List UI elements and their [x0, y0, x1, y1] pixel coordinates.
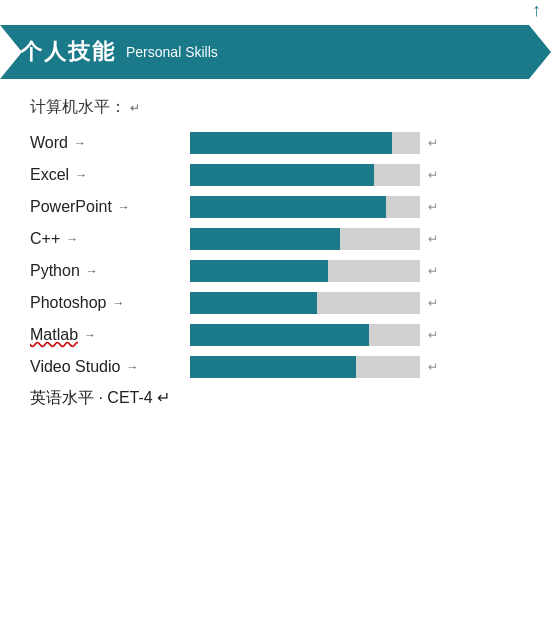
skill-bar-container [190, 292, 420, 314]
skill-bar-container [190, 260, 420, 282]
english-level-row: 英语水平 · CET-4 ↵ [30, 388, 521, 409]
skill-name-python: Python → [30, 262, 190, 280]
section-header: 个人技能 Personal Skills [0, 25, 551, 79]
skill-name-excel: Excel → [30, 166, 190, 184]
skill-arrow-icon: → [126, 360, 138, 374]
page-container: ↑ 个人技能 Personal Skills 计算机水平： ↵ Word →↵E… [0, 0, 551, 409]
skill-arrow-icon: → [84, 328, 96, 342]
skill-row: Matlab →↵ [30, 324, 521, 346]
skill-bar-container [190, 228, 420, 250]
english-level-label: 英语水平 [30, 389, 94, 406]
skill-row: Photoshop →↵ [30, 292, 521, 314]
skill-row: Python →↵ [30, 260, 521, 282]
skill-bar-container [190, 196, 420, 218]
skill-bar-fill [190, 228, 340, 250]
skill-arrow-icon: → [118, 200, 130, 214]
section-header-title: 个人技能 [20, 37, 116, 67]
skill-bar-fill [190, 260, 328, 282]
return-icon: ↵ [428, 232, 438, 246]
top-arrow-indicator: ↑ [0, 0, 551, 21]
skill-bar-fill [190, 292, 317, 314]
skill-bar-fill [190, 324, 369, 346]
return-icon: ↵ [428, 136, 438, 150]
skill-bar-fill [190, 164, 374, 186]
skill-bar-container [190, 164, 420, 186]
skill-row: Video Studio →↵ [30, 356, 521, 378]
return-icon: ↵ [428, 360, 438, 374]
english-level-detail: · CET-4 [98, 389, 152, 406]
skill-arrow-icon: → [75, 168, 87, 182]
skill-name-word: Word → [30, 134, 190, 152]
skill-row: PowerPoint →↵ [30, 196, 521, 218]
skill-name-matlab: Matlab → [30, 326, 190, 344]
skill-row: Word →↵ [30, 132, 521, 154]
skill-row: Excel →↵ [30, 164, 521, 186]
skill-row: C++ →↵ [30, 228, 521, 250]
return-icon: ↵ [428, 168, 438, 182]
computer-level-label: 计算机水平： ↵ [30, 97, 521, 118]
computer-level-return: ↵ [130, 101, 140, 115]
skill-bar-container [190, 132, 420, 154]
skill-bar-container [190, 324, 420, 346]
return-icon: ↵ [428, 328, 438, 342]
skill-name-photoshop: Photoshop → [30, 294, 190, 312]
return-icon: ↵ [428, 296, 438, 310]
skill-arrow-icon: → [113, 296, 125, 310]
skill-bar-fill [190, 196, 386, 218]
skill-bar-container [190, 356, 420, 378]
skill-bar-fill [190, 132, 392, 154]
skill-name-video-studio: Video Studio → [30, 358, 190, 376]
content-area: 计算机水平： ↵ Word →↵Excel →↵PowerPoint →↵C++… [0, 97, 551, 409]
return-icon: ↵ [428, 264, 438, 278]
skill-name-c++: C++ → [30, 230, 190, 248]
return-icon: ↵ [428, 200, 438, 214]
english-level-return: ↵ [157, 389, 170, 406]
skill-arrow-icon: → [86, 264, 98, 278]
skill-arrow-icon: → [74, 136, 86, 150]
skills-list: Word →↵Excel →↵PowerPoint →↵C++ →↵Python… [30, 132, 521, 378]
section-header-subtitle: Personal Skills [126, 44, 218, 60]
computer-level-text: 计算机水平： [30, 97, 126, 118]
skill-arrow-icon: → [66, 232, 78, 246]
skill-name-powerpoint: PowerPoint → [30, 198, 190, 216]
skill-bar-fill [190, 356, 356, 378]
